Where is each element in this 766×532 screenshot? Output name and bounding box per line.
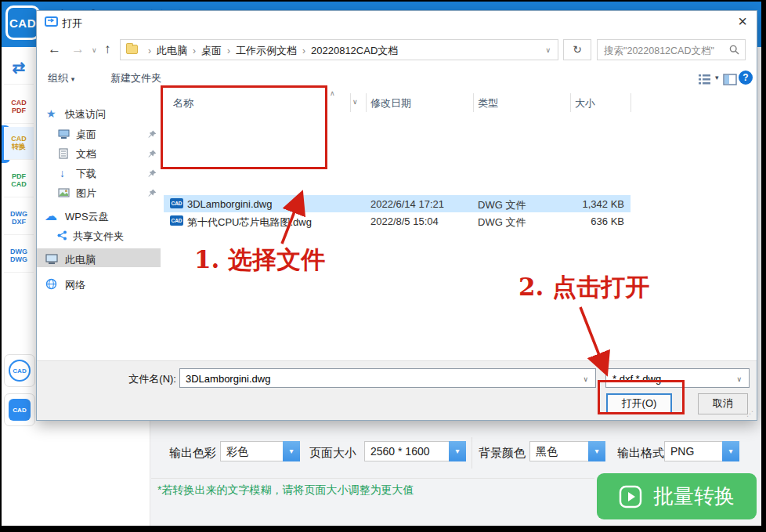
tool-convert[interactable]: ⇄ [4, 52, 34, 85]
column-label: 大小 [575, 92, 595, 110]
tool-dwg-version[interactable]: DWG DWG [4, 240, 34, 273]
pin-icon [148, 150, 157, 158]
organize-label: 组织 [48, 72, 68, 84]
cad-file-icon: CAD [170, 215, 183, 226]
filetype-dropdown-icon[interactable]: ∨ [736, 375, 742, 383]
refresh-icon[interactable]: ↻ [563, 39, 591, 60]
computer-icon [45, 254, 58, 265]
file-size: 636 KB [563, 215, 624, 227]
caret-down-icon: ▾ [71, 75, 75, 83]
file-row[interactable]: CAD 第十代CPU芯片电路图.dwg 2022/8/5 15:04 DWG 文… [164, 212, 631, 230]
cad-editor-icon: CAD [9, 399, 31, 421]
output-format-label: 输出格式 [617, 446, 664, 461]
address-dropdown-icon[interactable]: ∨ [545, 46, 551, 54]
tool-label: DXF [12, 219, 26, 226]
output-format-select[interactable]: PNG ▾ [664, 441, 739, 461]
breadcrumb-work-examples[interactable]: 工作示例文档 [236, 45, 297, 56]
open-dialog: 打开 × ← → ∨ ↑ ›此电脑›桌面›工作示例文档›20220812CAD文… [36, 10, 757, 421]
breadcrumb: ›此电脑›桌面›工作示例文档›20220812CAD文档 [143, 44, 398, 58]
annotation-box-file-list [161, 85, 327, 169]
column-header-type[interactable]: 类型 [478, 92, 498, 113]
pin-icon [148, 189, 157, 197]
file-name: 3DLamborgini.dwg [187, 198, 272, 210]
column-label: 类型 [478, 92, 498, 110]
dropdown-arrow-icon[interactable]: ▾ [449, 441, 466, 461]
organize-menu[interactable]: 组织 ▾ [48, 71, 74, 85]
sidebar-item-label: WPS云盘 [65, 210, 109, 224]
forward-arrow-icon[interactable]: → [71, 42, 85, 57]
address-bar[interactable]: ›此电脑›桌面›工作示例文档›20220812CAD文档 ∨ [120, 39, 558, 60]
new-folder-button[interactable]: 新建文件夹 [110, 71, 161, 85]
file-type: DWG 文件 [478, 198, 526, 212]
column-divider [473, 93, 474, 112]
dropdown-arrow-icon[interactable]: ▾ [588, 441, 605, 461]
document-icon [59, 148, 68, 159]
app-logo: CAD [5, 5, 40, 40]
tool-pdf-to-cad[interactable]: PDF CAD [4, 165, 34, 197]
list-view-icon[interactable] [698, 74, 711, 85]
tool-label: DWG [10, 256, 27, 263]
view-options-caret-icon[interactable]: ▾ [715, 74, 719, 81]
divider [472, 437, 472, 469]
background-color-label: 背景颜色 [479, 446, 526, 461]
filename-dropdown-icon[interactable]: ∨ [583, 375, 588, 383]
background-color-select[interactable]: 黑色 ▾ [529, 441, 605, 461]
dropdown-arrow-icon[interactable]: ▾ [722, 441, 739, 461]
tool-strip: ⇄ CAD PDF CAD 转换 PDF CAD DWG DXF DWG DWG [2, 47, 36, 526]
sort-ascending-icon: ∧ [330, 89, 335, 97]
column-header-date[interactable]: 修改日期 [370, 92, 411, 113]
search-icon [729, 45, 739, 55]
file-date: 2022/8/5 15:04 [370, 215, 439, 227]
pin-icon [148, 130, 157, 139]
share-icon [57, 230, 67, 241]
page-size-select[interactable]: 2560 * 1600 ▾ [364, 441, 466, 461]
recent-locations-chevron-icon[interactable]: ∨ [92, 46, 97, 54]
breadcrumb-separator: › [222, 45, 236, 56]
column-label: 修改日期 [370, 92, 411, 110]
search-input-text: 搜索"20220812CAD文档" [604, 45, 714, 58]
output-color-select[interactable]: 彩色 ▾ [220, 441, 300, 461]
annotation-step1-text: 1. 选择文件 [194, 244, 325, 277]
output-color-label: 输出色彩 [169, 446, 216, 461]
preview-pane-icon[interactable] [723, 74, 737, 85]
breadcrumb-this-pc[interactable]: 此电脑 [157, 45, 187, 56]
breadcrumb-desktop[interactable]: 桌面 [201, 45, 222, 56]
cancel-button[interactable]: 取消 [698, 393, 748, 414]
swap-arrows-icon: ⇄ [13, 60, 26, 76]
filter-chevron-icon[interactable]: ∨ [352, 98, 358, 106]
file-type: DWG 文件 [478, 215, 526, 230]
screenshot-frame: CAD 迅捷CAD转换器 ⇄ CAD PDF CAD 转换 PDF CAD DW… [0, 0, 766, 532]
cad-magnifier-icon: CAD [9, 360, 31, 382]
help-icon[interactable]: ? [739, 71, 753, 85]
batch-convert-button[interactable]: 批量转换 [597, 473, 757, 519]
dropdown-arrow-icon[interactable]: ▾ [283, 441, 300, 461]
column-header-size[interactable]: 大小 [575, 92, 595, 113]
close-icon[interactable]: × [738, 13, 747, 31]
resize-grip[interactable]: ⋰ [746, 410, 754, 418]
star-icon: ★ [46, 107, 56, 120]
tool-cad-viewer[interactable]: CAD [4, 354, 35, 387]
card-label: CAD [13, 367, 26, 375]
file-row-selected[interactable]: CAD 3DLamborgini.dwg 2022/6/14 17:21 DWG… [164, 195, 631, 212]
up-arrow-icon[interactable]: ↑ [104, 42, 111, 57]
tool-cad-to-pdf[interactable]: CAD PDF [4, 91, 34, 124]
card-label: CAD [13, 407, 26, 414]
breadcrumb-current-folder[interactable]: 20220812CAD文档 [311, 45, 398, 56]
breadcrumb-separator: › [297, 45, 311, 56]
tool-cad-convert-selected[interactable]: CAD 转换 [4, 127, 34, 160]
tool-label: PDF [12, 107, 26, 114]
back-arrow-icon[interactable]: ← [48, 42, 61, 57]
download-icon: ↓ [60, 167, 65, 179]
tool-cad-editor[interactable]: CAD [4, 393, 35, 426]
picture-icon [58, 188, 70, 197]
tool-dwg-to-dxf[interactable]: DWG DXF [4, 202, 34, 235]
open-dialog-icon [45, 16, 58, 28]
filename-input[interactable]: 3DLamborgini.dwg ∨ [179, 368, 596, 388]
sidebar-item-label: 文档 [76, 147, 96, 161]
search-box[interactable]: 搜索"20220812CAD文档" [597, 39, 746, 60]
folder-icon [126, 45, 138, 54]
divider [151, 478, 594, 479]
play-icon [619, 485, 642, 508]
column-divider [350, 93, 351, 112]
page-size-label: 页面大小 [309, 446, 356, 461]
